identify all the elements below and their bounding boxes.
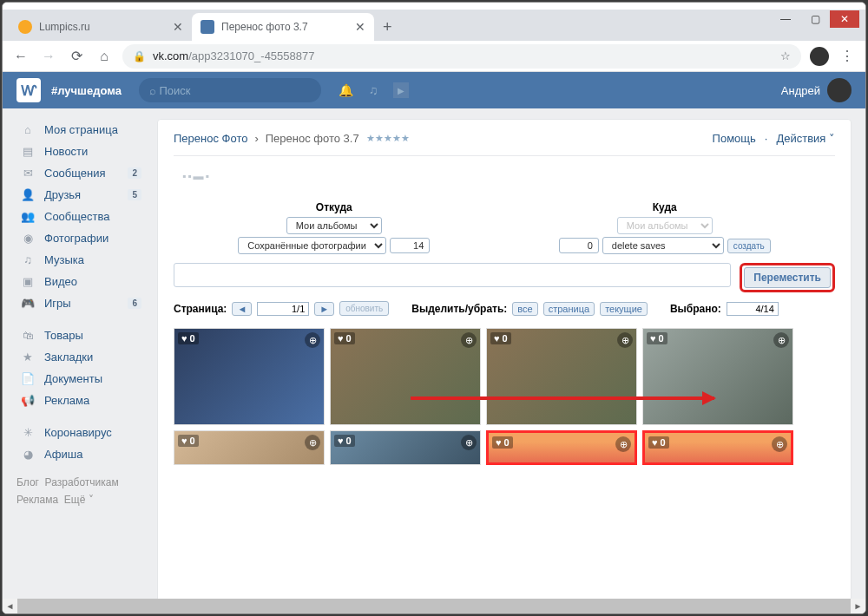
sidebar-item-label: Игры — [44, 297, 71, 310]
horizontal-scrollbar[interactable]: ◄ ► — [3, 599, 865, 613]
user-menu[interactable]: Андрей — [781, 78, 852, 102]
tab-strip: Lumpics.ru ✕ Перенос фото 3.7 ✕ + — [3, 10, 865, 41]
play-icon[interactable]: ▶ — [393, 82, 409, 98]
sidebar-icon: ✳ — [20, 426, 36, 439]
chosen-label: Выбрано: — [670, 303, 721, 315]
crumb-root[interactable]: Перенос Фото — [174, 132, 247, 145]
sidebar-item[interactable]: 🛍Товары — [16, 324, 145, 346]
search-icon: ⌕ — [149, 84, 156, 97]
window-minimize[interactable]: — — [771, 10, 800, 28]
sidebar-icon: ♫ — [20, 253, 36, 266]
select-all[interactable]: все — [512, 302, 537, 316]
vk-hashtag[interactable]: #лучшедома — [51, 84, 122, 97]
sidebar-item[interactable]: 📄Документы — [16, 368, 145, 390]
thumbnail[interactable]: ♥ 0⊕ — [174, 328, 325, 425]
zoom-icon[interactable]: ⊕ — [461, 435, 477, 450]
zoom-icon[interactable]: ⊕ — [305, 332, 320, 348]
to-count[interactable] — [559, 238, 599, 253]
sidebar-item[interactable]: ♫Музыка — [16, 249, 145, 271]
create-button[interactable]: создать — [727, 239, 771, 253]
refresh-button[interactable]: обновить — [339, 301, 389, 316]
close-icon[interactable]: ✕ — [355, 20, 365, 34]
sidebar-icon: 👥 — [20, 210, 36, 223]
thumbnail[interactable]: ♥ 0⊕ — [330, 328, 481, 425]
forward-button[interactable]: → — [39, 49, 58, 64]
reload-button[interactable]: ⟳ — [67, 48, 86, 64]
thumbnail[interactable]: ♥ 0⊕ — [642, 430, 793, 465]
select-current[interactable]: текущие — [600, 302, 648, 316]
sidebar-item[interactable]: ◕Афиша — [16, 443, 145, 465]
crumb-current: Перенос фото 3.7 — [266, 132, 359, 145]
url-input[interactable]: 🔒 vk.com/app3231070_-45558877 ☆ — [122, 44, 801, 69]
breadcrumb: Перенос Фото › Перенос фото 3.7 ★★★★★ По… — [174, 132, 835, 156]
new-tab-button[interactable]: + — [374, 13, 401, 41]
sidebar-item[interactable]: ✉Сообщения2 — [16, 162, 145, 184]
crumb-sep: › — [254, 132, 258, 145]
loader-dots: ▪▪▬▪ — [182, 170, 835, 182]
prev-page[interactable]: ◄ — [232, 302, 252, 316]
thumbnail[interactable]: ♥ 0⊕ — [486, 328, 637, 425]
like-badge[interactable]: ♥ 0 — [178, 332, 199, 344]
sidebar-item[interactable]: ◉Фотографии — [16, 227, 145, 249]
sidebar-item[interactable]: ✳Коронавирус — [16, 422, 145, 443]
tab-transfer[interactable]: Перенос фото 3.7 ✕ — [192, 13, 374, 41]
profile-avatar[interactable] — [810, 47, 829, 66]
zoom-icon[interactable]: ⊕ — [615, 436, 631, 452]
close-icon[interactable]: ✕ — [173, 20, 183, 34]
thumbnail[interactable]: ♥ 0⊕ — [174, 430, 325, 465]
sidebar-item[interactable]: ⌂Моя страница — [16, 119, 145, 141]
actions-menu[interactable]: Действия ˅ — [776, 132, 835, 145]
thumbnail[interactable]: ♥ 0⊕ — [330, 430, 481, 465]
window-close[interactable]: ✕ — [830, 10, 859, 28]
favicon-icon — [201, 20, 214, 34]
sidebar-item[interactable]: ★Закладки — [16, 346, 145, 368]
like-badge[interactable]: ♥ 0 — [178, 435, 199, 447]
from-source-select[interactable]: Сохранённые фотографии — [238, 237, 386, 254]
scroll-thumb[interactable] — [17, 599, 851, 613]
like-badge[interactable]: ♥ 0 — [334, 332, 355, 344]
back-button[interactable]: ← — [11, 49, 30, 64]
menu-button[interactable]: ⋮ — [838, 48, 857, 64]
page-value[interactable]: 1/1 — [257, 302, 309, 316]
zoom-icon[interactable]: ⊕ — [773, 332, 789, 348]
sidebar-icon: 📄 — [20, 372, 36, 385]
thumbnail[interactable]: ♥ 0⊕ — [642, 328, 793, 425]
bell-icon[interactable]: 🔔 — [339, 83, 353, 97]
like-badge[interactable]: ♥ 0 — [648, 436, 669, 449]
bookmark-icon[interactable]: ☆ — [780, 49, 791, 62]
sidebar-item[interactable]: 👥Сообщества — [16, 206, 145, 227]
like-badge[interactable]: ♥ 0 — [490, 332, 511, 344]
tab-title: Lumpics.ru — [39, 21, 90, 33]
help-link[interactable]: Помощь — [713, 132, 756, 145]
tab-lumpics[interactable]: Lumpics.ru ✕ — [10, 13, 192, 41]
search-input[interactable]: ⌕ Поиск — [139, 78, 321, 102]
zoom-icon[interactable]: ⊕ — [461, 332, 477, 348]
zoom-icon[interactable]: ⊕ — [305, 435, 320, 450]
thumbnail[interactable]: ♥ 0⊕ — [486, 430, 637, 465]
from-count[interactable] — [390, 238, 430, 253]
scroll-right-icon[interactable]: ► — [851, 599, 865, 613]
sidebar-item[interactable]: 📢Реклама — [16, 390, 145, 411]
sidebar-item[interactable]: 👤Друзья5 — [16, 184, 145, 206]
zoom-icon[interactable]: ⊕ — [772, 436, 787, 452]
move-button[interactable]: Переместить — [744, 267, 831, 288]
user-name: Андрей — [781, 84, 820, 97]
sidebar-item-label: Моя страница — [44, 123, 118, 136]
sidebar-item[interactable]: ▤Новости — [16, 141, 145, 162]
to-target-select[interactable]: delete saves — [602, 237, 724, 254]
vk-logo[interactable]: Ⱳ — [16, 78, 41, 102]
from-album-select[interactable]: Мои альбомы — [286, 217, 382, 234]
like-badge[interactable]: ♥ 0 — [334, 435, 355, 447]
like-badge[interactable]: ♥ 0 — [647, 332, 667, 344]
select-page[interactable]: страница — [543, 302, 595, 316]
zoom-icon[interactable]: ⊕ — [617, 332, 633, 348]
window-maximize[interactable]: ▢ — [800, 10, 830, 28]
tab-title: Перенос фото 3.7 — [221, 21, 308, 33]
music-icon[interactable]: ♫ — [369, 83, 378, 97]
next-page[interactable]: ► — [314, 302, 334, 316]
home-button[interactable]: ⌂ — [95, 49, 114, 64]
sidebar-item[interactable]: 🎮Игры6 — [16, 292, 145, 314]
scroll-left-icon[interactable]: ◄ — [3, 599, 17, 613]
like-badge[interactable]: ♥ 0 — [492, 436, 513, 449]
sidebar-item[interactable]: ▣Видео — [16, 271, 145, 292]
